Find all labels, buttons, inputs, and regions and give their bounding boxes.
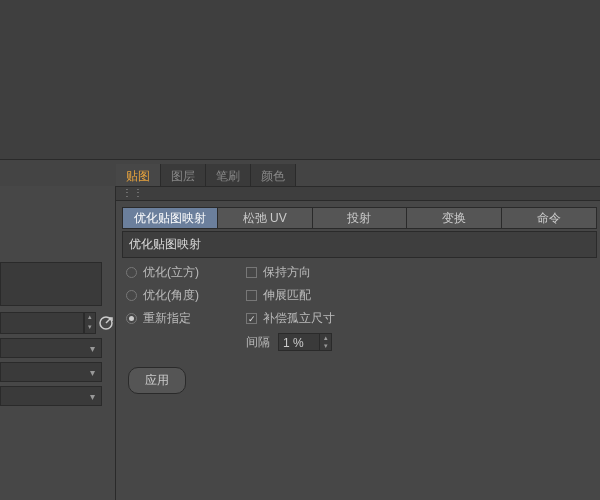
spacing-field[interactable]: 1 % ▴▾ — [278, 333, 332, 351]
picker-icon[interactable] — [96, 312, 116, 334]
check-keep-direction[interactable]: 保持方向 — [246, 264, 593, 281]
left-dropdown-1[interactable]: ▾ — [0, 338, 102, 358]
radio-reassign[interactable]: 重新指定 — [126, 310, 236, 327]
checkbox-icon — [246, 290, 257, 301]
tab-layer[interactable]: 图层 — [161, 164, 206, 186]
tab-color[interactable]: 颜色 — [251, 164, 296, 186]
chevron-down-icon: ▾ — [90, 343, 95, 354]
check-label: 保持方向 — [263, 264, 311, 281]
spacing-value[interactable]: 1 % — [278, 333, 320, 351]
check-comp-iso-size[interactable]: 补偿孤立尺寸 — [246, 310, 593, 327]
right-panel: 优化贴图映射 松弛 UV 投射 变换 命令 优化贴图映射 优化(立方) 保持方向… — [116, 186, 600, 500]
check-label: 伸展匹配 — [263, 287, 311, 304]
seg-tab-relax[interactable]: 松弛 UV — [218, 207, 313, 229]
radio-icon — [126, 290, 137, 301]
left-dropdown-3[interactable]: ▾ — [0, 386, 102, 406]
viewport-area — [0, 0, 600, 160]
left-spinner-row: ▴▾ — [0, 312, 116, 334]
section-header: 优化贴图映射 — [122, 231, 597, 258]
radio-optimize-angle[interactable]: 优化(角度) — [126, 287, 236, 304]
chevron-down-icon: ▾ — [90, 391, 95, 402]
tab-brush[interactable]: 笔刷 — [206, 164, 251, 186]
spacing-row: 间隔 1 % ▴▾ — [246, 333, 593, 351]
radio-icon — [126, 267, 137, 278]
radio-label: 优化(角度) — [143, 287, 199, 304]
check-stretch-match[interactable]: 伸展匹配 — [246, 287, 593, 304]
apply-button[interactable]: 应用 — [128, 367, 186, 394]
options-grid: 优化(立方) 保持方向 优化(角度) 伸展匹配 重新指定 补偿孤立尺寸 间隔 1… — [126, 264, 593, 351]
left-spinner-buttons[interactable]: ▴▾ — [84, 312, 96, 334]
top-tab-strip: 贴图 图层 笔刷 颜色 — [116, 164, 296, 186]
checkbox-icon — [246, 267, 257, 278]
seg-tab-project[interactable]: 投射 — [313, 207, 408, 229]
checkbox-icon — [246, 313, 257, 324]
radio-optimize-cubic[interactable]: 优化(立方) — [126, 264, 236, 281]
left-spinner-field[interactable] — [0, 312, 84, 334]
radio-label: 重新指定 — [143, 310, 191, 327]
radio-label: 优化(立方) — [143, 264, 199, 281]
spacing-label: 间隔 — [246, 334, 270, 351]
spacing-stepper[interactable]: ▴▾ — [320, 333, 332, 351]
seg-tab-transform[interactable]: 变换 — [407, 207, 502, 229]
seg-tab-optimize[interactable]: 优化贴图映射 — [122, 207, 218, 229]
tab-texture[interactable]: 贴图 — [116, 164, 161, 186]
radio-icon — [126, 313, 137, 324]
segment-tabs: 优化贴图映射 松弛 UV 投射 变换 命令 — [122, 207, 597, 229]
seg-tab-command[interactable]: 命令 — [502, 207, 597, 229]
chevron-down-icon: ▾ — [90, 367, 95, 378]
left-dropdown-2[interactable]: ▾ — [0, 362, 102, 382]
check-label: 补偿孤立尺寸 — [263, 310, 335, 327]
left-list-area — [0, 262, 102, 306]
panel-grip[interactable] — [116, 187, 600, 201]
